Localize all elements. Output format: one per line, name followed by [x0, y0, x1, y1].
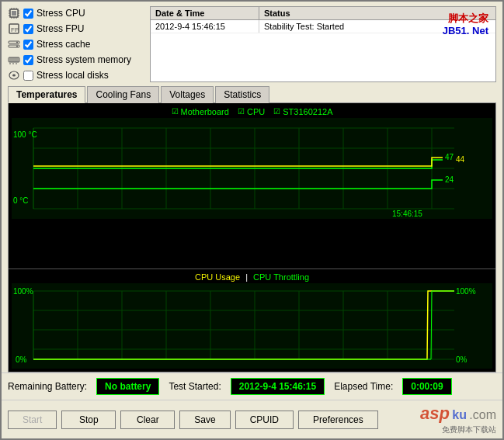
status-bar: Remaining Battery: No battery Test Start…: [2, 372, 502, 400]
watermark-bottom-sub: 免费脚本下载站: [442, 425, 496, 434]
svg-point-18: [16, 42, 18, 43]
svg-text:47: 47: [445, 153, 454, 161]
top-right-wrapper: Date & Time Status 2012-9-4 15:46:15 Sta…: [150, 6, 496, 82]
stop-button[interactable]: Stop: [61, 411, 116, 429]
cpu-chart-svg: 100% 0% 100% 0%: [12, 283, 492, 369]
watermark-line2: JB51. Net: [443, 25, 488, 37]
cpu-legend-sep: |: [245, 272, 248, 282]
log-col-date-header: Date & Time: [151, 7, 259, 19]
watermark-bottom: asp ku .com 免费脚本下载站: [383, 404, 496, 435]
watermark: 脚本之家 JB51. Net: [443, 12, 488, 36]
charts-container: ☑ Motherboard ☑ CPU ☑ ST3160212A 100 °C …: [8, 103, 496, 372]
temp-chart: ☑ Motherboard ☑ CPU ☑ ST3160212A 100 °C …: [9, 103, 495, 269]
start-button[interactable]: Start: [8, 411, 57, 429]
svg-text:100%: 100%: [456, 287, 476, 296]
tab-cooling-fans[interactable]: Cooling Fans: [87, 86, 159, 103]
stress-fpu-option: FP Stress FPU: [8, 22, 144, 36]
cpu-icon: [8, 7, 20, 19]
preferences-button[interactable]: Preferences: [298, 411, 378, 429]
svg-text:24: 24: [445, 175, 454, 184]
stress-options: Stress CPU FP Stress FPU Stress cache: [8, 6, 144, 82]
legend-cpu: ☑ CPU: [238, 107, 265, 116]
stress-fpu-checkbox[interactable]: [23, 24, 33, 34]
save-button[interactable]: Save: [179, 411, 230, 429]
stress-cpu-label: Stress CPU: [36, 8, 85, 19]
elapsed-value: 0:00:09: [402, 378, 451, 395]
temp-y-max: 100 °C: [13, 130, 37, 139]
clear-button[interactable]: Clear: [120, 411, 175, 429]
cpu-chart: CPU Usage | CPU Throttling: [9, 269, 495, 372]
stress-memory-label: Stress system memory: [36, 54, 131, 65]
watermark-bottom-text: asp: [420, 404, 450, 423]
watermark-bottom-domain: .com: [469, 408, 496, 421]
svg-text:FP: FP: [11, 26, 19, 33]
legend-motherboard: ☑ Motherboard: [172, 107, 229, 116]
legend-st: ☑ ST3160212A: [273, 107, 332, 116]
svg-rect-52: [12, 283, 492, 369]
tab-temperatures[interactable]: Temperatures: [8, 86, 85, 103]
cpu-chart-area: 100% 0% 100% 0%: [12, 283, 492, 369]
watermark-bottom-text2: ku: [452, 408, 467, 421]
temp-chart-legend: ☑ Motherboard ☑ CPU ☑ ST3160212A: [12, 106, 492, 116]
stress-memory-option: Stress system memory: [8, 53, 144, 67]
stress-disks-checkbox[interactable]: [23, 71, 33, 81]
test-started-label: Test Started:: [169, 381, 221, 392]
stress-cpu-checkbox[interactable]: [23, 9, 33, 19]
stress-disks-option: Stress local disks: [8, 68, 144, 82]
stress-disks-label: Stress local disks: [36, 70, 109, 81]
stress-cpu-option: Stress CPU: [8, 6, 144, 20]
svg-point-31: [12, 74, 16, 77]
svg-text:44: 44: [456, 155, 465, 164]
test-started-value: 2012-9-4 15:46:15: [231, 378, 325, 395]
top-section: Stress CPU FP Stress FPU Stress cache: [2, 2, 502, 85]
cpu-chart-legend: CPU Usage | CPU Throttling: [12, 272, 492, 282]
main-window: Stress CPU FP Stress FPU Stress cache: [0, 0, 504, 440]
battery-value: No battery: [96, 378, 159, 395]
svg-text:100%: 100%: [13, 287, 33, 296]
temp-y-min: 0 °C: [13, 196, 29, 205]
fpu-icon: FP: [8, 23, 20, 35]
stress-cache-label: Stress cache: [36, 39, 90, 50]
battery-label: Remaining Battery:: [8, 381, 87, 392]
elapsed-label: Elapsed Time:: [334, 381, 393, 392]
cpuid-button[interactable]: CPUID: [235, 411, 294, 429]
svg-text:0%: 0%: [456, 355, 468, 364]
temp-chart-svg: 47 44 24 15:46:15: [12, 118, 492, 219]
stress-cache-option: Stress cache: [8, 37, 144, 51]
button-bar: Start Stop Clear Save CPUID Preferences …: [2, 400, 502, 438]
svg-point-19: [16, 46, 18, 47]
watermark-line1: 脚本之家: [443, 12, 488, 25]
tab-bar: Temperatures Cooling Fans Voltages Stati…: [8, 85, 496, 103]
temp-chart-area: 100 °C 0 °C: [12, 118, 492, 219]
disk-icon: [8, 69, 20, 81]
memory-icon: [8, 54, 20, 66]
log-cell-date: 2012-9-4 15:46:15: [151, 20, 259, 33]
tab-statistics[interactable]: Statistics: [215, 86, 269, 103]
cache-icon: [8, 38, 20, 50]
svg-rect-1: [12, 11, 16, 16]
stress-cache-checkbox[interactable]: [23, 40, 33, 50]
tab-voltages[interactable]: Voltages: [161, 86, 214, 103]
cpu-throttle-legend: CPU Throttling: [253, 272, 309, 282]
stress-fpu-label: Stress FPU: [36, 23, 84, 34]
svg-text:0%: 0%: [16, 355, 27, 364]
cpu-usage-legend: CPU Usage: [195, 272, 240, 282]
svg-text:15:46:15: 15:46:15: [392, 210, 422, 218]
stress-memory-checkbox[interactable]: [23, 55, 33, 65]
